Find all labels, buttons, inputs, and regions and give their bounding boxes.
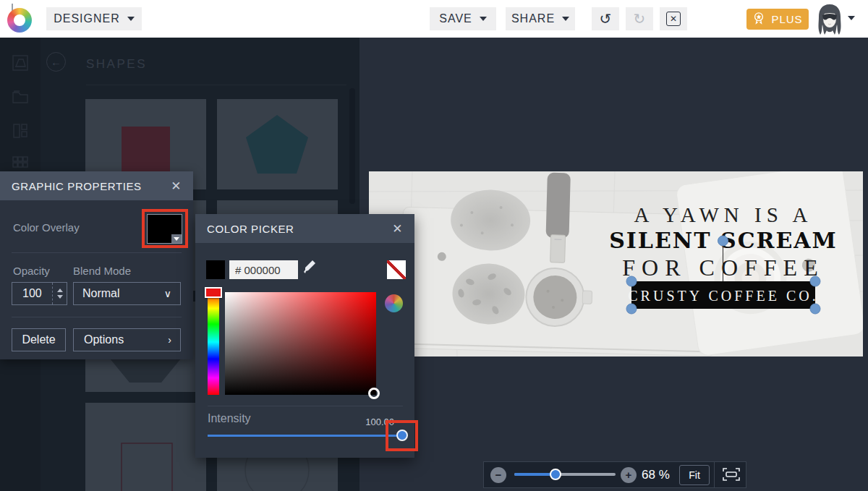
color-picker-title: COLOR PICKER xyxy=(207,223,294,235)
fit-button[interactable]: Fit xyxy=(679,465,710,485)
color-picker-header: COLOR PICKER ✕ xyxy=(195,214,414,243)
discard-icon: ✕ xyxy=(666,12,681,26)
options-button[interactable]: Options › xyxy=(73,328,181,351)
intensity-slider-track[interactable] xyxy=(208,435,403,437)
chevron-right-icon: › xyxy=(168,334,171,346)
logo-ring xyxy=(7,8,32,33)
opacity-input[interactable]: 100 xyxy=(12,282,67,305)
opacity-stepper[interactable] xyxy=(52,283,67,304)
annotation-color-overlay-swatch xyxy=(142,209,188,248)
close-icon[interactable]: ✕ xyxy=(171,180,182,192)
selection-handle-bottom-right[interactable] xyxy=(810,304,820,314)
share-label: SHARE xyxy=(511,12,555,25)
delete-button-label: Delete xyxy=(22,333,55,346)
banner-text[interactable]: CRUSTY COFFEE CO. xyxy=(628,288,818,304)
redo-button[interactable]: ↻ xyxy=(626,7,653,30)
save-label: SAVE xyxy=(439,12,472,25)
caret-down-icon xyxy=(562,17,569,21)
zoom-toolbar: − + 68 % Fit xyxy=(483,461,746,488)
saturation-value-handle[interactable] xyxy=(368,388,380,399)
intensity-label: Intensity xyxy=(208,412,251,425)
user-avatar[interactable] xyxy=(814,3,845,36)
hue-slider[interactable] xyxy=(208,289,219,395)
design-canvas[interactable]: A YAWN IS A SILENT SCREAM FOR COFFEE CRU… xyxy=(369,171,863,356)
divider xyxy=(208,406,403,406)
divider xyxy=(12,252,182,253)
color-wheel-icon[interactable] xyxy=(385,294,403,312)
opacity-value: 100 xyxy=(22,287,42,300)
color-picker-panel: COLOR PICKER ✕ Intensity 100.00 xyxy=(195,214,414,458)
plus-label: PLUS xyxy=(771,13,802,25)
color-overlay-label: Color Overlay xyxy=(13,221,80,234)
opacity-label: Opacity xyxy=(13,265,50,277)
selection-handle-top-left[interactable] xyxy=(626,276,637,286)
discard-button[interactable]: ✕ xyxy=(660,7,687,30)
stepper-down-icon[interactable] xyxy=(57,295,63,299)
plus-badge-icon xyxy=(752,12,765,27)
zoom-percentage: 68 % xyxy=(642,468,670,482)
redo-icon: ↻ xyxy=(634,12,646,26)
designer-menu-button[interactable]: DESIGNER xyxy=(46,7,142,30)
divider xyxy=(12,317,182,317)
caret-down-icon xyxy=(480,17,487,21)
saturation-value-area[interactable] xyxy=(225,292,376,395)
plus-upgrade-button[interactable]: PLUS xyxy=(746,9,809,30)
top-bar: DESIGNER SAVE SHARE ↺ ↻ ✕ xyxy=(0,0,868,38)
rotation-handle[interactable] xyxy=(718,236,728,246)
options-button-label: Options xyxy=(84,333,124,346)
selection-handle-top-right[interactable] xyxy=(810,276,820,286)
hue-slider-handle[interactable] xyxy=(205,287,222,298)
hex-color-input[interactable] xyxy=(229,260,298,279)
close-icon[interactable]: ✕ xyxy=(392,223,403,235)
chevron-down-icon: ∨ xyxy=(164,288,171,299)
zoom-slider-track[interactable] xyxy=(514,473,616,476)
annotation-intensity-handle xyxy=(386,420,418,451)
zoom-slider-handle[interactable] xyxy=(550,469,561,480)
caret-down-icon xyxy=(127,17,135,21)
delete-button[interactable]: Delete xyxy=(12,328,66,351)
eyedropper-icon[interactable] xyxy=(302,259,317,278)
blend-mode-value: Normal xyxy=(82,287,120,300)
user-menu-caret-icon[interactable] xyxy=(848,16,855,20)
graphic-properties-panel: GRAPHIC PROPERTIES ✕ Color Overlay Opaci… xyxy=(0,171,193,359)
app-logo-icon[interactable] xyxy=(6,4,35,34)
selection-handle-bottom-left[interactable] xyxy=(626,304,637,314)
graphic-properties-title: GRAPHIC PROPERTIES xyxy=(12,180,142,192)
current-color-swatch xyxy=(206,260,225,279)
undo-icon: ↺ xyxy=(600,12,612,26)
designer-label: DESIGNER xyxy=(54,12,120,25)
zoom-in-button[interactable]: + xyxy=(621,467,637,483)
undo-button[interactable]: ↺ xyxy=(592,7,619,30)
save-button[interactable]: SAVE xyxy=(430,7,496,30)
graphic-properties-header: GRAPHIC PROPERTIES ✕ xyxy=(0,171,193,200)
design-text-line1[interactable]: A YAWN IS A xyxy=(634,203,813,226)
zoom-out-button[interactable]: − xyxy=(490,467,506,483)
blend-mode-select[interactable]: Normal ∨ xyxy=(73,282,181,305)
stepper-up-icon[interactable] xyxy=(57,289,63,292)
share-button[interactable]: SHARE xyxy=(506,7,575,30)
no-color-swatch[interactable] xyxy=(387,260,406,279)
fullscreen-icon[interactable] xyxy=(721,466,741,484)
divider xyxy=(714,462,715,487)
blend-mode-label: Blend Mode xyxy=(73,265,131,277)
